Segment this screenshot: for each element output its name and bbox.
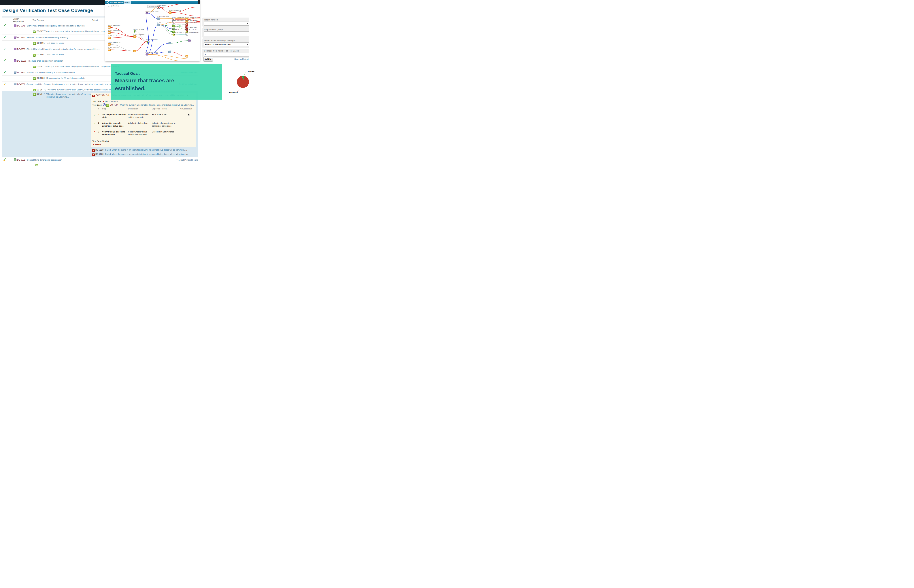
user-need-node-icon[interactable]: CSL-7190 : The clinician ... <box>133 29 145 32</box>
harm-node-icon[interactable]: HMDC-6322 : Cerebral hypoxi... <box>108 35 121 39</box>
svg-text:DC-10771 : When the pump ...: DC-10771 : When the pump ... <box>172 29 186 30</box>
item-id[interactable]: DC-6559 <box>37 77 45 79</box>
requirement-query-input[interactable] <box>204 31 249 36</box>
item-id[interactable]: DC-6656 <box>17 83 25 85</box>
trace-edge <box>147 55 200 59</box>
hazardous-situation-node-icon[interactable]: HSDC-6326 : Disconnection o... <box>133 34 146 38</box>
hazardous-situation-node-icon[interactable]: HSCSL-7420 : Inadequate Soc... <box>108 42 121 45</box>
item-id[interactable]: DC-6552 <box>17 159 25 161</box>
step-name: Verify if bolus dose was administered <box>102 131 126 136</box>
design-item-node-icon[interactable] <box>188 39 191 42</box>
hazardous-situation-node-icon[interactable]: HSDC-6631 : Inadequate Soci... <box>133 48 146 52</box>
hazard-bolt-node-icon[interactable]: DC-6863 : Data is interce... <box>172 20 184 23</box>
collapse-count-input[interactable] <box>204 53 249 57</box>
test-run-link[interactable]: SYSTEM-0007 <box>105 100 118 103</box>
item-id[interactable]: DC-6948 <box>17 25 25 27</box>
design-item-node-icon[interactable] <box>168 42 171 44</box>
test-case-label: Test Case: <box>92 104 102 106</box>
item-id[interactable]: DC-10772 <box>37 30 46 32</box>
impact-window-title: User Need Impact <box>110 2 123 3</box>
item-id[interactable]: DC-10771 <box>37 89 46 91</box>
run-summary-link[interactable]: - Failed: When the pump in an error stat… <box>104 153 186 155</box>
item-title-link[interactable]: Test Case for Bionic <box>47 53 64 56</box>
column-header-test-protocol[interactable]: Test Protocol <box>32 19 44 21</box>
requirement-query-panel: Requirement Query <box>202 27 249 38</box>
item-id[interactable]: DC-10772 <box>37 65 46 68</box>
item-id[interactable]: DC-6547 <box>17 71 25 74</box>
item-id[interactable]: DC-6991 <box>37 53 45 56</box>
collapsed-test-run[interactable]: ✕DC-7230 - Failed: When the pump in an e… <box>92 153 188 156</box>
item-title-link[interactable]: Test Case for Bionic <box>47 42 64 44</box>
svg-text:DC-6544 : The clinician n...: DC-6544 : The clinician n... <box>146 39 159 40</box>
item-title-link[interactable]: Bionic ARM should have the same of verti… <box>27 48 100 50</box>
passed-check-icon: ✓ <box>4 59 7 62</box>
failed-run-icon: ✕ <box>92 153 95 156</box>
task-check-node-icon[interactable]: MA-58 : Implement advance... <box>185 32 199 36</box>
svg-text:HS: HS <box>134 36 136 37</box>
item-title-link[interactable]: Apply a bolus dose to test the programme… <box>47 65 121 68</box>
trace-edge <box>135 37 148 42</box>
run-id[interactable]: DC-7228 <box>95 149 104 151</box>
harm-node-icon[interactable]: HMDC-6321 : Cerebral hypoxi... <box>108 30 121 34</box>
target-version-panel: Target Version --▼ <box>202 18 249 27</box>
svg-text:DC-8982 : Data encryption...: DC-8982 : Data encryption... <box>172 26 185 27</box>
trace-edge <box>158 25 174 35</box>
test-case-link[interactable]: - When the pump in an error state (alarm… <box>118 104 194 106</box>
svg-text:CSL-7420 : Inadequate Soc...: CSL-7420 : Inadequate Soc... <box>108 42 121 43</box>
step-description: Administer bolus dose <box>128 122 150 124</box>
trace-edge <box>135 31 148 42</box>
root-cause-node-icon[interactable]: RC <box>186 55 188 57</box>
requirement-icon <box>14 36 16 39</box>
design-item-node-icon[interactable]: DC-6658 : The HCP shall b... <box>146 11 159 14</box>
create-button[interactable]: CREATE... <box>124 1 131 4</box>
design-item-node-icon[interactable] <box>168 51 171 53</box>
row-content: VRDC-6991 - Test Case for Bionic <box>33 53 64 57</box>
item-title-link[interactable]: Conical fitting dimensional specificatio… <box>27 159 62 161</box>
item-title-link[interactable]: Version 1 should use Iron steel alloy th… <box>27 36 69 39</box>
design-item-node-icon[interactable]: DC-6656 : Ensure capabili... <box>157 22 170 26</box>
requirement-icon <box>14 60 16 62</box>
test-protocols-found-toggle[interactable]: ▼1 Test Protocol Found <box>154 159 198 161</box>
trace-edge <box>158 25 174 32</box>
run-id[interactable]: DC-7230 <box>95 153 104 155</box>
collapsed-test-run[interactable]: ✕DC-7228 - Failed: When the pump in an e… <box>92 149 188 152</box>
mitigation-node-icon[interactable]: MA-132 : 802.11n WiFi sup... <box>172 32 185 36</box>
apply-button[interactable]: Apply <box>204 57 213 61</box>
expand-caret-icon[interactable]: ▶ <box>186 149 188 151</box>
filter-coverage-select[interactable]: Hide Not Covered Work Items▼ <box>204 42 249 47</box>
table-row[interactable]: ✓DC-6552 - Conical fitting dimensional s… <box>2 157 198 163</box>
test-run-line: Test Run: ✖SYSTEM-0007 <box>92 100 118 103</box>
target-version-select[interactable]: --▼ <box>204 21 249 26</box>
page-title: Design Verification Test Case Coverage <box>2 8 93 13</box>
item-title-link[interactable]: Bionic ARM should be adequately powered … <box>27 25 85 27</box>
item-id[interactable]: DC-6951 <box>17 36 25 39</box>
trace-graph-canvas[interactable]: HMDC-6320 : Cerebral hypoxi...HMDC-6321 … <box>105 4 200 61</box>
save-as-default-link[interactable]: Save as Default <box>226 58 249 60</box>
verdict-value: ✖Failed <box>92 143 101 145</box>
item-title-link[interactable]: The label shall be read from right to le… <box>28 60 63 62</box>
item-id[interactable]: DC-6991 <box>37 42 45 44</box>
item-title-link[interactable]: Exhaust port will survive drop in a clin… <box>27 71 75 74</box>
svg-text:HM: HM <box>108 49 110 50</box>
coverage-table-tail: ✓DC-6552 - Conical fitting dimensional s… <box>2 157 198 163</box>
design-item-node-icon[interactable]: DC-6852 : Employ a layere... <box>157 16 170 19</box>
column-header-design-requirement[interactable]: Design Requirement <box>13 18 29 23</box>
run-summary-link[interactable]: - Failed: When the pump in an error stat… <box>104 149 186 151</box>
step-description: Use manual override to set the error sta… <box>128 113 150 119</box>
passed-with-warning-icon: ✓ <box>4 158 7 162</box>
test-run-label: Test Run: <box>92 100 102 103</box>
svg-text:DC-6862 : unauthorized us...: DC-6862 : unauthorized us... <box>169 10 182 11</box>
run-id[interactable]: DC-7235 <box>96 94 104 96</box>
item-id[interactable]: DC-7147 <box>37 93 45 95</box>
item-title-link[interactable]: Drop procedure for 22 mm latching socket… <box>47 77 85 79</box>
item-id[interactable]: DC-6959 <box>17 48 25 50</box>
impact-window-titlebar[interactable]: User Need Impact CREATE... <box>105 1 200 4</box>
column-header-defect[interactable]: Defect <box>92 19 98 21</box>
item-id[interactable]: DC-10331 <box>17 60 26 62</box>
step-name: Attempt to manually administer bolus dos… <box>102 122 126 128</box>
harm-node-icon[interactable]: HMDC-6632 : Viral infection <box>108 47 119 51</box>
steps-col-actual: Actual Result <box>180 108 192 110</box>
expand-caret-icon[interactable]: ▶ <box>186 153 188 155</box>
collapse-count-panel: Collapse from number of Test Cases <box>202 48 249 58</box>
test-case-id[interactable]: DC-7147 <box>110 104 118 106</box>
